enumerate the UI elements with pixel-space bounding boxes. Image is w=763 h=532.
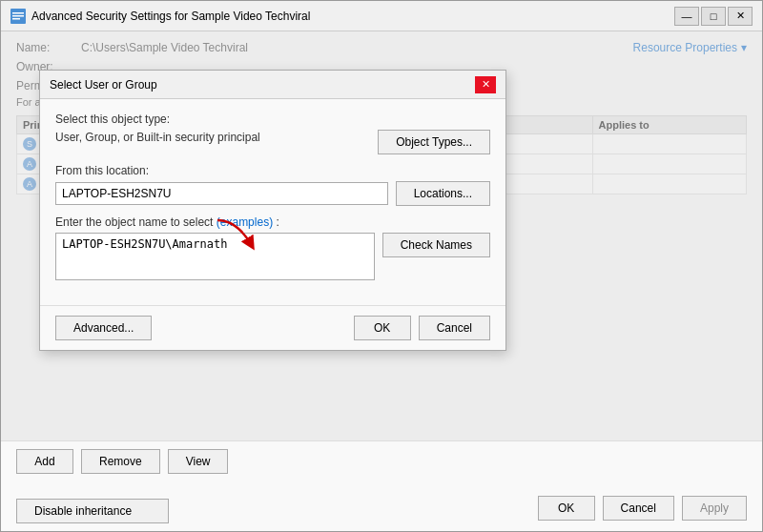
title-bar: Advanced Security Settings for Sample Vi… — [1, 1, 762, 31]
dialog-title: Select User or Group — [50, 78, 157, 92]
check-names-button[interactable]: Check Names — [382, 233, 490, 257]
main-content: Name: C:\Users\Sample Video Techviral Ow… — [1, 31, 762, 440]
title-bar-controls: — □ ✕ — [674, 7, 753, 26]
select-user-dialog: Select User or Group ✕ Select this objec… — [39, 70, 506, 351]
add-button[interactable]: Add — [16, 449, 73, 474]
svg-rect-3 — [12, 18, 20, 20]
object-type-value: User, Group, or Built-in security princi… — [55, 131, 370, 144]
dialog-body: Select this object type: User, Group, or… — [40, 99, 505, 305]
disable-inheritance-button[interactable]: Disable inheritance — [16, 499, 169, 523]
object-types-button[interactable]: Object Types... — [378, 130, 490, 154]
window-icon — [10, 9, 26, 24]
object-name-label: Enter the object name to select (example… — [55, 215, 490, 229]
location-section: From this location: Locations... — [55, 164, 490, 206]
object-name-section: Enter the object name to select (example… — [55, 215, 490, 280]
bottom-right-buttons: OK Cancel Apply — [538, 496, 747, 521]
dialog-close-button[interactable]: ✕ — [475, 76, 496, 93]
bottom-buttons-bar: Add Remove View Disable inheritance OK C… — [1, 440, 762, 531]
remove-button[interactable]: Remove — [81, 449, 160, 474]
object-name-label-suffix: : — [276, 215, 278, 229]
main-window: Advanced Security Settings for Sample Vi… — [0, 0, 763, 532]
apply-button[interactable]: Apply — [682, 496, 747, 521]
ok-button[interactable]: OK — [538, 496, 595, 521]
object-name-label-text: Enter the object name to select — [55, 215, 213, 229]
examples-link[interactable]: (examples) — [217, 215, 273, 229]
cancel-button[interactable]: Cancel — [603, 496, 674, 521]
title-bar-left: Advanced Security Settings for Sample Vi… — [10, 9, 310, 24]
object-name-container: Check Names — [55, 233, 490, 280]
object-type-row: User, Group, or Built-in security princi… — [55, 130, 490, 154]
maximize-button[interactable]: □ — [701, 7, 726, 26]
object-name-input[interactable] — [55, 233, 375, 280]
location-row: Locations... — [55, 181, 490, 206]
object-type-section: Select this object type: User, Group, or… — [55, 113, 490, 154]
object-type-label: Select this object type: — [55, 113, 490, 126]
close-button[interactable]: ✕ — [728, 7, 753, 26]
main-window-title: Advanced Security Settings for Sample Vi… — [31, 10, 310, 23]
location-input[interactable] — [55, 182, 388, 205]
advanced-button[interactable]: Advanced... — [55, 316, 152, 340]
locations-button[interactable]: Locations... — [396, 181, 490, 206]
svg-rect-1 — [12, 12, 24, 14]
minimize-button[interactable]: — — [674, 7, 699, 26]
dialog-ok-cancel: OK Cancel — [354, 316, 490, 340]
location-label: From this location: — [55, 164, 490, 177]
dialog-footer: Advanced... OK Cancel — [40, 305, 505, 350]
dialog-title-bar: Select User or Group ✕ — [40, 71, 505, 99]
dialog-ok-button[interactable]: OK — [354, 316, 411, 340]
dialog-cancel-button[interactable]: Cancel — [419, 316, 490, 340]
view-button[interactable]: View — [168, 449, 229, 474]
svg-rect-2 — [12, 15, 24, 17]
